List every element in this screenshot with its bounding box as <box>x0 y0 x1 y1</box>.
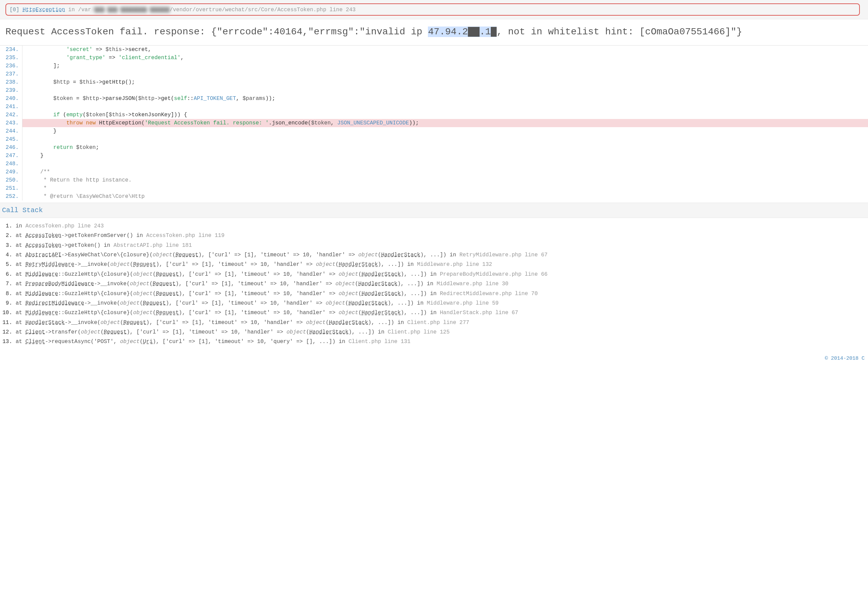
code-line: 243. throw new HttpException('Request Ac… <box>0 119 868 127</box>
stack-frame-body: at Client->transfer(object(Request), ['c… <box>16 328 868 336</box>
stack-frame-body: at PrepareBodyMiddleware->__invoke(objec… <box>16 280 868 288</box>
line-number: 251. <box>0 184 22 192</box>
line-number: 241. <box>0 102 22 111</box>
code-content: 'grant_type' => 'client_credential', <box>22 54 868 62</box>
error-message-post: , not in whitelist hint: [cOmaOa07551466… <box>496 27 742 37</box>
exception-class-link[interactable]: HttpException <box>22 7 65 13</box>
code-content: throw new HttpException('Request AccessT… <box>22 119 868 127</box>
line-number: 238. <box>0 78 22 86</box>
line-number: 234. <box>0 46 22 54</box>
error-message: Request AccessToken fail. response: {"er… <box>0 19 868 46</box>
exception-summary: [0] HttpException in /var/▇▇▇/▇▇▇/▇▇▇▇▇▇… <box>6 3 860 16</box>
line-number: 243. <box>0 119 22 127</box>
code-content: } <box>22 127 868 135</box>
exception-bar: [0] HttpException in /var/▇▇▇/▇▇▇/▇▇▇▇▇▇… <box>0 0 868 19</box>
callstack-title: Call Stack <box>0 203 868 218</box>
code-content: $token = $http->parseJSON($http->get(sel… <box>22 95 868 102</box>
error-message-ip: 47.94.2▇▇.1▇ <box>428 27 496 37</box>
stack-frame-number: 13. <box>0 338 16 345</box>
stack-frame-number: 8. <box>0 290 16 297</box>
line-number: 252. <box>0 192 22 200</box>
stack-frame-number: 12. <box>0 328 16 336</box>
stack-frame: 3.at AccessToken->getToken() in Abstract… <box>0 241 868 250</box>
line-number: 244. <box>0 127 22 135</box>
stack-frame-number: 9. <box>0 300 16 307</box>
code-content: ]; <box>22 62 868 70</box>
exception-index: [0] <box>9 7 19 13</box>
code-content: * Return the http instance. <box>22 176 868 184</box>
stack-frame-number: 10. <box>0 309 16 316</box>
code-line: 251. * <box>0 184 868 192</box>
stack-frame-body: in AccessToken.php line 243 <box>16 222 868 230</box>
code-line: 234. 'secret' => $this->secret, <box>0 46 868 54</box>
code-content: 'secret' => $this->secret, <box>22 46 868 54</box>
stack-frame-body: at RedirectMiddleware->__invoke(object(R… <box>16 300 868 307</box>
stack-frame: 9.at RedirectMiddleware->__invoke(object… <box>0 298 868 308</box>
code-content <box>22 135 868 144</box>
stack-frame: 6.at Middleware::GuzzleHttp\{closure}(ob… <box>0 270 868 279</box>
stack-frame-body: at AbstractAPI->EasyWeChat\Core\{closure… <box>16 251 868 259</box>
exception-path-pre: /var <box>78 7 91 13</box>
exception-in: in <box>65 7 78 13</box>
stack-frame-body: at Middleware::GuzzleHttp\{closure}(obje… <box>16 309 868 316</box>
stack-frame-number: 11. <box>0 319 16 327</box>
line-number: 246. <box>0 144 22 151</box>
code-line: 244. } <box>0 127 868 135</box>
code-content: /** <box>22 168 868 176</box>
code-line: 240. $token = $http->parseJSON($http->ge… <box>0 95 868 102</box>
code-content: return $token; <box>22 144 868 151</box>
code-content <box>22 102 868 111</box>
stack-frame: 13.at Client->requestAsync('POST', objec… <box>0 337 868 346</box>
line-number: 235. <box>0 54 22 62</box>
stack-frame: 8.at Middleware::GuzzleHttp\{closure}(ob… <box>0 289 868 298</box>
error-message-pre: Request AccessToken fail. response: {"er… <box>6 27 428 37</box>
stack-frame-body: at Client->requestAsync('POST', object(U… <box>16 338 868 345</box>
stack-frame-body: at AccessToken->getToken() in AbstractAP… <box>16 242 868 249</box>
exception-path-post: /vendor/overtrue/wechat/src/Core/AccessT… <box>170 7 355 13</box>
code-line: 236. ]; <box>0 62 868 70</box>
line-number: 250. <box>0 176 22 184</box>
stack-frame-number: 7. <box>0 280 16 288</box>
line-number: 242. <box>0 111 22 119</box>
stack-frame: 2.at AccessToken->getTokenFromServer() i… <box>0 231 868 241</box>
stack-frame: 5.at RetryMiddleware->__invoke(object(Re… <box>0 260 868 269</box>
code-content: * @return \EasyWeChat\Core\Http <box>22 192 868 200</box>
code-line: 252. * @return \EasyWeChat\Core\Http <box>0 192 868 200</box>
stack-frame-number: 2. <box>0 232 16 239</box>
code-content: if (empty($token[$this->tokenJsonKey])) … <box>22 111 868 119</box>
code-line: 238. $http = $this->getHttp(); <box>0 78 868 86</box>
code-line: 242. if (empty($token[$this->tokenJsonKe… <box>0 111 868 119</box>
line-number: 240. <box>0 95 22 102</box>
code-content <box>22 160 868 168</box>
callstack: 1.in AccessToken.php line 2432.at Access… <box>0 218 868 353</box>
code-line: 237. <box>0 70 868 78</box>
footer-copyright: © 2014-2018 C <box>0 353 868 365</box>
line-number: 245. <box>0 135 22 144</box>
line-number: 249. <box>0 168 22 176</box>
code-line: 247. } <box>0 151 868 160</box>
stack-frame-number: 1. <box>0 222 16 230</box>
code-line: 235. 'grant_type' => 'client_credential'… <box>0 54 868 62</box>
stack-frame-body: at RetryMiddleware->__invoke(object(Requ… <box>16 261 868 268</box>
source-code: 234. 'secret' => $this->secret,235. 'gra… <box>0 46 868 200</box>
stack-frame: 12.at Client->transfer(object(Request), … <box>0 327 868 337</box>
line-number: 237. <box>0 70 22 78</box>
stack-frame-number: 3. <box>0 242 16 249</box>
stack-frame: 4.at AbstractAPI->EasyWeChat\Core\{closu… <box>0 250 868 260</box>
code-line: 248. <box>0 160 868 168</box>
code-line: 249. /** <box>0 168 868 176</box>
stack-frame-number: 4. <box>0 251 16 259</box>
code-content: $http = $this->getHttp(); <box>22 78 868 86</box>
code-line: 250. * Return the http instance. <box>0 176 868 184</box>
stack-frame-number: 5. <box>0 261 16 268</box>
code-line: 239. <box>0 86 868 95</box>
stack-frame-body: at AccessToken->getTokenFromServer() in … <box>16 232 868 239</box>
stack-frame: 10.at Middleware::GuzzleHttp\{closure}(o… <box>0 308 868 318</box>
code-content: } <box>22 151 868 160</box>
stack-frame: 7.at PrepareBodyMiddleware->__invoke(obj… <box>0 279 868 289</box>
stack-frame: 1.in AccessToken.php line 243 <box>0 221 868 231</box>
line-number: 247. <box>0 151 22 160</box>
stack-frame: 11.at HandlerStack->__invoke(object(Requ… <box>0 318 868 327</box>
line-number: 236. <box>0 62 22 70</box>
code-line: 245. <box>0 135 868 144</box>
